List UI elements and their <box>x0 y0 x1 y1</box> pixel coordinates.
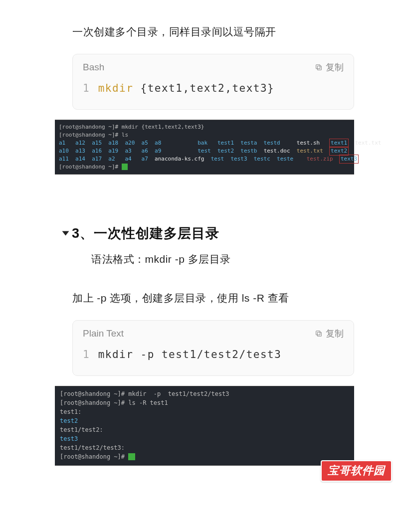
section-title: 3、一次性创建多层目录 <box>72 224 219 242</box>
code-block-plaintext: Plain Text 复制 1 mkdir -p test1/test2/tes… <box>72 320 354 376</box>
svg-rect-2 <box>317 332 321 336</box>
svg-rect-1 <box>316 65 320 69</box>
watermark-badge: 宝哥软件园 <box>321 460 392 482</box>
copy-icon <box>315 63 323 71</box>
code-line: mkdir -p test1/test2/test3 <box>98 349 282 360</box>
copy-label: 复制 <box>326 61 344 73</box>
terminal-output-1: [root@shandong ~]# mkdir {text1,text2,te… <box>55 120 354 175</box>
section-header[interactable]: 3、一次性创建多层目录 <box>63 224 374 242</box>
code-line: mkdir {text1,text2,text3} <box>98 82 275 94</box>
code-language-label: Bash <box>83 62 104 73</box>
svg-rect-0 <box>317 66 321 70</box>
code-block-bash: Bash 复制 1 mkdir {text1,text2,text3} <box>72 54 354 110</box>
code-language-label: Plain Text <box>83 328 124 339</box>
syntax-format-text: 语法格式：mkdir -p 多层目录 <box>91 252 374 266</box>
copy-button[interactable]: 复制 <box>315 328 344 340</box>
chevron-down-icon <box>62 231 69 235</box>
svg-rect-3 <box>316 331 320 335</box>
line-number: 1 <box>83 82 89 94</box>
intro-paragraph-2: 加上 -p 选项，创建多层目录，使用 ls -R 查看 <box>72 291 374 305</box>
terminal-output-2: [root@shandong ~]# mkdir -p test1/test2/… <box>55 386 354 466</box>
copy-button[interactable]: 复制 <box>315 61 344 73</box>
intro-paragraph-1: 一次创建多个目录，同样目录间以逗号隔开 <box>72 25 374 39</box>
line-number: 1 <box>83 349 89 360</box>
copy-label: 复制 <box>326 328 344 340</box>
copy-icon <box>315 330 323 338</box>
